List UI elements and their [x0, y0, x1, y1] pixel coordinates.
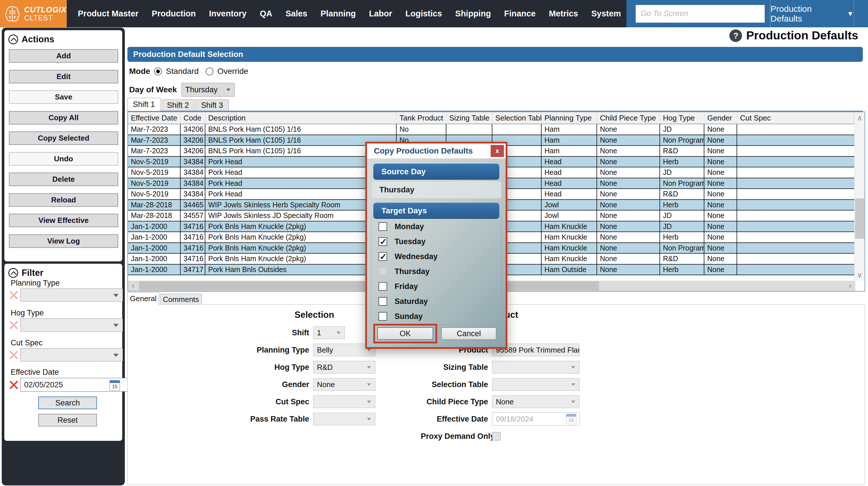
menu-item[interactable]: Finance [499, 9, 541, 19]
clear-filter-icon[interactable] [9, 350, 19, 360]
column-header[interactable]: Cut Spec [737, 112, 854, 124]
dialog-close-button[interactable]: x [491, 145, 504, 157]
vertical-scroll-thumb[interactable] [855, 199, 864, 239]
filter-select[interactable] [21, 348, 123, 362]
cell-cut-spec [737, 232, 854, 242]
menu-item[interactable]: System [586, 9, 626, 19]
scroll-down-icon[interactable]: ∨ [855, 269, 865, 281]
menu-item[interactable]: Labor [364, 9, 398, 19]
day-checkbox[interactable] [378, 267, 387, 276]
action-button[interactable]: Save [9, 90, 118, 104]
day-checkbox[interactable] [378, 282, 387, 291]
page-title: Production Defaults [746, 29, 858, 42]
field-select[interactable]: None [492, 395, 580, 408]
collapse-actions-icon[interactable] [8, 34, 18, 44]
cancel-button[interactable]: Cancel [441, 327, 496, 340]
column-header[interactable]: Sizing Table [446, 112, 492, 124]
reset-button[interactable]: Reset [38, 414, 97, 426]
field-select[interactable]: R&D [313, 361, 375, 373]
menu-item[interactable]: Shipping [450, 9, 496, 19]
cell-tank-product: No [397, 124, 446, 134]
calendar-icon[interactable]: 15 [110, 380, 120, 391]
field-select[interactable] [313, 395, 375, 408]
shift-tab[interactable]: Shift 1 [127, 98, 160, 111]
cell-cut-spec [737, 221, 854, 232]
menu-item[interactable]: Sales [280, 9, 313, 19]
menu-item[interactable]: Logistics [400, 9, 447, 19]
column-header[interactable]: Effective Date [128, 112, 181, 124]
go-to-screen-input[interactable] [636, 5, 765, 23]
column-header[interactable]: Code [181, 112, 205, 124]
search-button[interactable]: Search [38, 397, 97, 409]
filter-select[interactable] [21, 288, 123, 302]
shift-tab[interactable]: Shift 3 [195, 99, 229, 111]
tab-general[interactable]: General [127, 292, 159, 305]
clear-filter-icon[interactable] [9, 320, 19, 330]
menu-item[interactable]: Metrics [543, 9, 584, 19]
day-checkbox[interactable] [378, 297, 387, 306]
shift-select[interactable]: 1 [313, 326, 345, 339]
effective-date-input[interactable] [21, 378, 142, 392]
menu-item[interactable]: Inventory [204, 9, 252, 19]
column-header[interactable]: Planning Type [541, 112, 597, 124]
column-header[interactable]: Hog Type [660, 112, 704, 124]
target-day-row[interactable]: Monday [378, 222, 424, 232]
menu-item[interactable]: QA [254, 9, 278, 19]
product-effective-date-input[interactable]: 09/18/2024 15 [492, 413, 580, 426]
scroll-up-icon[interactable]: ∧ [855, 112, 865, 124]
action-button[interactable]: Copy Selected [9, 131, 118, 145]
scroll-left-icon[interactable]: ‹ [128, 281, 138, 291]
mode-standard-radio[interactable] [154, 68, 162, 75]
action-button[interactable]: Reload [9, 193, 118, 207]
menu-item[interactable]: Product Master [72, 9, 144, 19]
day-checkbox[interactable] [378, 237, 387, 246]
mode-standard-label: Standard [166, 67, 199, 76]
day-of-week-select[interactable]: Thursday [182, 83, 235, 97]
cell-code: 34717 [181, 265, 205, 275]
column-header[interactable]: Description [205, 112, 397, 124]
column-header[interactable]: Tank Product [397, 112, 446, 124]
column-header[interactable]: Gender [704, 112, 737, 124]
column-header[interactable]: Selection Table [492, 112, 541, 124]
field-select[interactable] [313, 413, 375, 425]
vertical-scrollbar[interactable]: ∧ ∨ [854, 112, 865, 281]
target-day-row[interactable]: Tuesday [378, 237, 426, 246]
filter-select[interactable] [21, 318, 123, 332]
target-day-row[interactable]: Wednesday [378, 252, 438, 262]
clear-date-icon[interactable] [9, 380, 19, 390]
cell-hog-type: R&D [660, 189, 704, 199]
target-day-row[interactable]: Saturday [378, 297, 428, 306]
action-button[interactable]: Add [9, 49, 118, 63]
mode-override-radio[interactable] [206, 68, 213, 75]
column-header[interactable]: Child Piece Type [597, 112, 660, 124]
day-checkbox[interactable] [378, 312, 387, 321]
field-select[interactable] [492, 361, 580, 373]
scroll-right-icon[interactable]: › [845, 281, 855, 291]
clear-filter-icon[interactable] [9, 290, 19, 300]
table-row[interactable]: Mar-7-2023 34206 BNLS Pork Ham (C105) 1/… [128, 124, 854, 135]
calendar-icon[interactable]: 15 [566, 414, 577, 424]
ok-button[interactable]: OK [377, 327, 433, 340]
target-day-row[interactable]: Sunday [378, 311, 423, 321]
cell-child-piece-type: None [597, 265, 660, 275]
action-button[interactable]: Undo [9, 152, 118, 165]
action-button[interactable]: Delete [9, 173, 118, 186]
proxy-demand-only-checkbox[interactable] [492, 432, 501, 441]
field-select[interactable] [492, 378, 580, 391]
collapse-filter-icon[interactable] [8, 268, 18, 278]
target-day-row[interactable]: Friday [378, 281, 418, 291]
target-day-row[interactable]: Thursday [378, 267, 430, 276]
action-button[interactable]: Edit [9, 70, 118, 83]
shift-tab[interactable]: Shift 2 [162, 99, 195, 111]
day-checkbox[interactable] [378, 222, 387, 231]
action-button[interactable]: View Log [9, 234, 118, 248]
screen-selector-dropdown[interactable]: Production Defaults ▼ [771, 4, 854, 24]
help-icon[interactable]: ? [730, 29, 742, 42]
menu-item[interactable]: Production [146, 9, 201, 19]
action-button[interactable]: Copy All [9, 111, 118, 124]
day-checkbox[interactable] [378, 252, 387, 261]
action-button[interactable]: View Effective [9, 214, 118, 227]
tab-comments[interactable]: Comments [160, 294, 202, 305]
field-select[interactable]: None [313, 378, 375, 391]
menu-item[interactable]: Planning [315, 9, 361, 19]
